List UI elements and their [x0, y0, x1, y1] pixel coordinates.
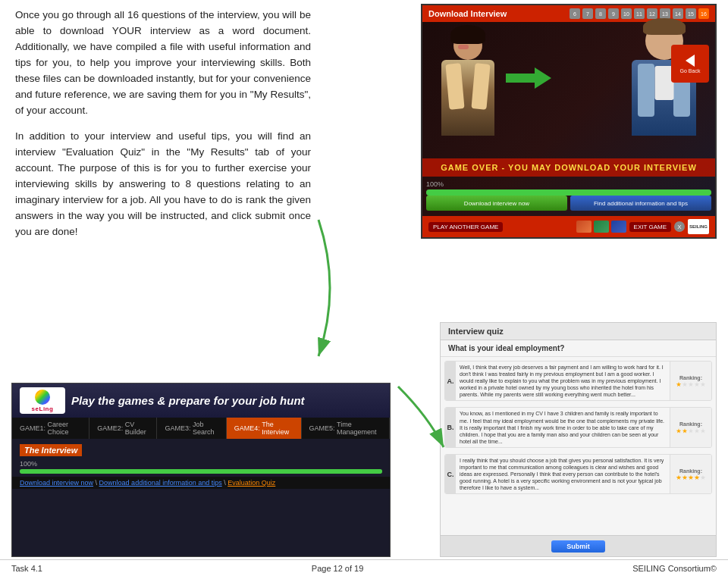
game-over-text: GAME OVER - YOU MAY DOWNLOAD YOUR INTERV…	[430, 163, 708, 172]
stars-b	[676, 428, 706, 434]
star-c4[interactable]	[695, 475, 700, 481]
quiz-answer-a: A. Well, I think that every job deserves…	[444, 361, 712, 401]
go-back-button[interactable]: Go Back	[671, 45, 709, 83]
paragraph-1: Once you go through all 16 questions of …	[15, 8, 311, 118]
svg-marker-0	[506, 67, 551, 89]
player-thumb-2[interactable]	[594, 221, 609, 233]
star-b5[interactable]	[701, 428, 706, 434]
game-dot-9: 9	[608, 8, 619, 19]
interview-progress-fill	[20, 469, 382, 474]
star-3[interactable]	[689, 382, 694, 387]
interview-section: The Interview 100%	[12, 439, 390, 477]
evaluation-quiz-link[interactable]: Evaluation Quiz	[228, 479, 275, 487]
game-dot-10: 10	[621, 8, 632, 19]
progress-fill	[426, 189, 711, 196]
answer-text-c: I really think that you should choose a …	[456, 455, 670, 493]
quiz-content: A. Well, I think that every job deserves…	[441, 357, 716, 522]
page-footer: Task 4.1 Page 12 of 19 SEILING Consortiu…	[0, 559, 728, 576]
download-now-link[interactable]: Download interview now	[20, 479, 93, 487]
star-c5[interactable]	[701, 475, 706, 481]
game-footer: PLAY ANOTHER GAME EXIT GAME X SEILING	[422, 216, 715, 237]
answer-label-c: C.	[445, 455, 456, 493]
star-4[interactable]	[695, 382, 700, 387]
quiz-answer-c: C. I really think that you should choose…	[444, 454, 712, 494]
seiling-logo-text: seLing	[32, 405, 54, 412]
quiz-question: What is your ideal employment?	[441, 340, 716, 357]
character-female	[441, 31, 494, 136]
footer-consortium: SEILING Consortium©	[632, 564, 717, 573]
game-dot-13: 13	[660, 8, 670, 19]
game2-nav: GAME1: Career Choice GAME2: CV Builder G…	[12, 418, 390, 439]
star-b3[interactable]	[689, 428, 694, 434]
game-main-title: Play the games & prepare for your job hu…	[71, 394, 382, 407]
nav-game5[interactable]: GAME5: Time Management	[302, 418, 390, 439]
footer-page: Page 12 of 19	[312, 564, 364, 573]
game-dot-14: 14	[673, 8, 683, 19]
game-screen: Download Interview 6 7 8 9 10 11 12 13 1…	[422, 5, 715, 237]
seiling-logo-main: seLing	[20, 387, 65, 414]
star-b4[interactable]	[695, 428, 700, 434]
quiz-answer-b: B. You know, as I mentioned in my CV I h…	[444, 407, 712, 447]
star-5[interactable]	[701, 382, 706, 387]
game-dot-11: 11	[634, 8, 645, 19]
ranking-a: Ranking:	[670, 362, 711, 400]
player-thumb-3[interactable]	[611, 221, 626, 233]
quiz-header: Interview quiz	[441, 323, 716, 340]
go-back-label: Go Back	[680, 68, 701, 74]
star-b1[interactable]	[676, 428, 682, 434]
download-links-area: Download interview now \ Download additi…	[12, 477, 390, 489]
exit-game-btn[interactable]: EXIT GAME	[629, 222, 671, 232]
nav-game1[interactable]: GAME1: Career Choice	[12, 418, 89, 439]
star-c1[interactable]	[676, 475, 682, 481]
nav-game4[interactable]: GAME4: The Interview	[227, 418, 302, 439]
game-dot-15: 15	[686, 8, 696, 19]
game-over-banner: GAME OVER - YOU MAY DOWNLOAD YOUR INTERV…	[422, 158, 715, 177]
submit-button[interactable]: Submit	[551, 540, 605, 553]
answer-text-a: Well, I think that every job deserves a …	[456, 362, 670, 400]
footer-task: Task 4.1	[11, 564, 42, 573]
left-text-column: Once you go through all 16 questions of …	[15, 8, 311, 251]
download-interview-btn[interactable]: Download interview now	[426, 196, 567, 211]
game-dot-8: 8	[595, 8, 606, 19]
game-bottom-screenshot: seLing Play the games & prepare for your…	[11, 383, 391, 557]
game-top-screenshot: Download Interview 6 7 8 9 10 11 12 13 1…	[421, 4, 717, 239]
game-header-title: Download Interview	[428, 9, 570, 18]
answer-label-a: A.	[445, 362, 456, 400]
progress-bar	[426, 189, 711, 196]
game-progress-area: 100%	[426, 180, 711, 196]
game2-header: seLing Play the games & prepare for your…	[12, 383, 390, 418]
game-action-buttons: Download interview now Find additional i…	[426, 196, 711, 211]
ranking-c: Ranking:	[670, 455, 711, 493]
additional-info-btn[interactable]: Find additional information and tips	[570, 196, 711, 211]
download-tips-link[interactable]: Download additional information and tips	[99, 479, 222, 487]
star-2[interactable]	[682, 382, 688, 387]
player-thumb-1[interactable]	[576, 221, 592, 233]
progress-label: 100%	[426, 180, 711, 188]
star-c3[interactable]	[689, 475, 694, 481]
seiling-icon	[35, 390, 50, 405]
game-dot-16: 16	[698, 8, 709, 19]
game-dot-6: 6	[570, 8, 580, 19]
star-b2[interactable]	[682, 428, 688, 434]
interview-progress-label: 100%	[20, 460, 382, 468]
game-nav-dots: 6 7 8 9 10 11 12 13 14 15 16	[570, 8, 709, 19]
star-c2[interactable]	[682, 475, 688, 481]
nav-game2[interactable]: GAME2: CV Builder	[89, 418, 157, 439]
answer-label-b: B.	[445, 408, 456, 446]
interview-progress-bar	[20, 469, 382, 474]
answer-text-b: You know, as I mentioned in my CV I have…	[456, 408, 670, 446]
green-arrow	[506, 67, 551, 91]
game-dot-7: 7	[582, 8, 593, 19]
nav-game3[interactable]: GAME3: Job Search	[157, 418, 226, 439]
play-another-btn[interactable]: PLAY ANOTHER GAME	[428, 222, 503, 232]
close-btn[interactable]: X	[674, 221, 685, 232]
paragraph-2: In addition to your interview and useful…	[15, 129, 311, 239]
interview-title: The Interview	[20, 444, 82, 456]
stars-c	[676, 475, 706, 481]
quiz-screenshot: Interview quiz What is your ideal employ…	[440, 322, 717, 557]
game-dot-12: 12	[647, 8, 657, 19]
quiz-footer: Submit	[441, 535, 716, 556]
star-1[interactable]	[676, 382, 682, 387]
stars-a	[676, 382, 706, 387]
seiling-logo-footer: SEILING	[688, 219, 709, 234]
